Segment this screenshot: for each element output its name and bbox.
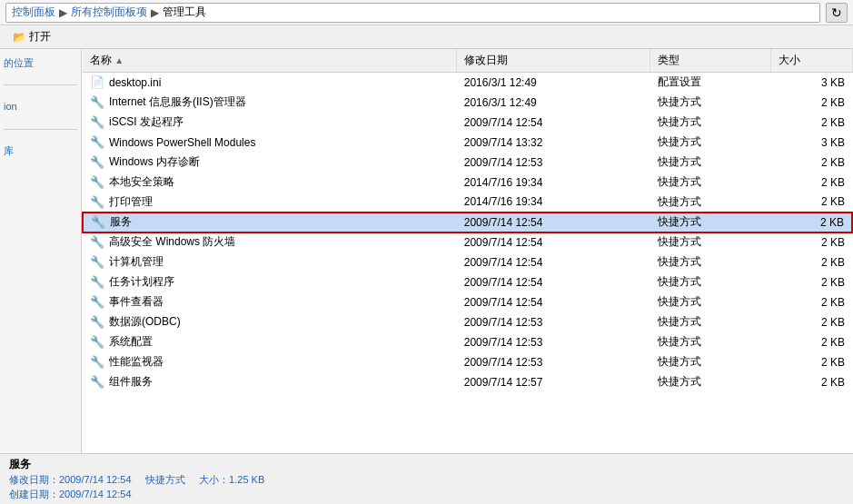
table-row[interactable]: 🔧本地安全策略2014/7/16 19:34快捷方式2 KB [83, 173, 852, 193]
file-icon: 📄 [90, 75, 104, 90]
file-size: 2 KB [771, 272, 852, 292]
table-row[interactable]: 🔧性能监视器2009/7/14 12:53快捷方式2 KB [83, 352, 852, 372]
file-date: 2009/7/14 12:54 [457, 292, 650, 312]
status-create-label: 创建日期： [9, 489, 59, 499]
col-header-size[interactable]: 大小 [771, 49, 852, 73]
file-icon: 🔧 [90, 194, 104, 209]
status-item-create: 创建日期：2009/7/14 12:54 [9, 488, 844, 501]
main-layout: 的位置 ion 库 名称 ▲ 修改日期 类型 大小 📄desktop.ini20… [0, 49, 853, 453]
file-type: 快捷方式 [650, 292, 771, 312]
file-date: 2009/7/14 12:53 [457, 153, 650, 173]
file-name: 事件查看器 [109, 294, 164, 310]
col-header-type[interactable]: 类型 [650, 49, 771, 73]
table-row[interactable]: 🔧打印管理2014/7/16 19:34快捷方式2 KB [83, 193, 852, 212]
file-icon: 🔧 [90, 315, 104, 330]
file-type: 快捷方式 [650, 252, 771, 272]
col-header-name[interactable]: 名称 ▲ [83, 49, 457, 73]
file-name: 本地安全策略 [109, 174, 174, 190]
file-list-content: 名称 ▲ 修改日期 类型 大小 📄desktop.ini2016/3/1 12:… [82, 49, 853, 453]
open-label: 打开 [29, 29, 51, 44]
file-icon: 🔧 [90, 95, 104, 110]
file-size: 2 KB [771, 252, 852, 272]
table-row[interactable]: 🔧任务计划程序2009/7/14 12:54快捷方式2 KB [83, 272, 852, 292]
file-name: 服务 [110, 214, 132, 230]
file-size: 3 KB [771, 133, 852, 153]
file-type: 快捷方式 [650, 153, 771, 173]
file-size: 2 KB [771, 292, 852, 312]
file-size: 2 KB [771, 153, 852, 173]
file-date: 2014/7/16 19:34 [457, 173, 650, 193]
file-type: 快捷方式 [650, 272, 771, 292]
table-row[interactable]: 🔧组件服务2009/7/14 12:57快捷方式2 KB [83, 372, 852, 392]
status-create-date: 2009/7/14 12:54 [59, 489, 132, 499]
file-icon: 🔧 [90, 155, 104, 170]
file-size: 2 KB [771, 372, 852, 392]
file-name: 计算机管理 [109, 254, 164, 270]
table-row[interactable]: 🔧iSCSI 发起程序2009/7/14 12:54快捷方式2 KB [83, 113, 852, 133]
sidebar-item-library[interactable]: 库 [4, 144, 77, 158]
address-bar: 控制面板 ▶ 所有控制面板项 ▶ 管理工具 ↻ [0, 0, 853, 25]
file-name: 性能监视器 [109, 354, 164, 370]
sidebar-item-ion[interactable]: ion [4, 100, 77, 114]
table-row[interactable]: 🔧事件查看器2009/7/14 12:54快捷方式2 KB [83, 292, 852, 312]
file-name: 打印管理 [109, 194, 153, 210]
table-row[interactable]: 🔧计算机管理2009/7/14 12:54快捷方式2 KB [83, 252, 852, 272]
sidebar-item-location[interactable]: 的位置 [4, 56, 77, 70]
file-size: 2 KB [771, 332, 852, 352]
table-row[interactable]: 🔧Internet 信息服务(IIS)管理器2016/3/1 12:49快捷方式… [83, 93, 852, 113]
status-size: 1.25 KB [229, 474, 264, 485]
file-date: 2009/7/14 12:54 [457, 232, 650, 252]
file-name: Windows 内存诊断 [109, 154, 200, 170]
file-type: 快捷方式 [650, 113, 771, 133]
file-icon: 🔧 [90, 375, 104, 390]
file-type: 快捷方式 [650, 173, 771, 193]
table-row[interactable]: 🔧Windows 内存诊断2009/7/14 12:53快捷方式2 KB [83, 153, 852, 173]
file-name: Windows PowerShell Modules [109, 136, 255, 149]
table-row[interactable]: 🔧Windows PowerShell Modules2009/7/14 13:… [83, 133, 852, 153]
breadcrumb-item-3: 管理工具 [163, 5, 206, 20]
table-row[interactable]: 📄desktop.ini2016/3/1 12:49配置设置3 KB [83, 73, 852, 93]
sidebar: 的位置 ion 库 [0, 49, 82, 453]
status-bar: 服务 修改日期：2009/7/14 12:54 快捷方式 大小：1.25 KB … [0, 453, 853, 504]
table-header-row: 名称 ▲ 修改日期 类型 大小 [83, 49, 852, 73]
file-size: 2 KB [771, 232, 852, 252]
file-type: 快捷方式 [650, 193, 771, 212]
sort-arrow-name: ▲ [114, 55, 124, 65]
file-type: 快捷方式 [650, 372, 771, 392]
status-item-name: 服务 [9, 457, 844, 472]
file-icon: 🔧 [90, 355, 104, 370]
file-name: 数据源(ODBC) [109, 314, 181, 330]
file-date: 2009/7/14 12:57 [457, 372, 650, 392]
file-name: Internet 信息服务(IIS)管理器 [109, 94, 246, 110]
file-name: 高级安全 Windows 防火墙 [109, 234, 235, 250]
file-type: 快捷方式 [650, 232, 771, 252]
breadcrumb-item-1[interactable]: 控制面板 [12, 5, 55, 20]
file-date: 2009/7/14 13:32 [457, 133, 650, 153]
file-icon: 🔧 [90, 275, 104, 290]
table-row[interactable]: 🔧服务2009/7/14 12:54快捷方式2 KB [83, 212, 852, 232]
file-date: 2016/3/1 12:49 [457, 73, 650, 93]
col-header-date[interactable]: 修改日期 [457, 49, 650, 73]
breadcrumb: 控制面板 ▶ 所有控制面板项 ▶ 管理工具 [5, 3, 820, 23]
table-row[interactable]: 🔧系统配置2009/7/14 12:53快捷方式2 KB [83, 332, 852, 352]
file-name: 任务计划程序 [109, 274, 174, 290]
file-size: 3 KB [771, 73, 852, 93]
file-size: 2 KB [771, 312, 852, 332]
file-type: 配置设置 [650, 73, 771, 93]
file-name: iSCSI 发起程序 [109, 114, 183, 130]
file-icon: 🔧 [90, 135, 104, 150]
table-row[interactable]: 🔧数据源(ODBC)2009/7/14 12:53快捷方式2 KB [83, 312, 852, 332]
table-row[interactable]: 🔧高级安全 Windows 防火墙2009/7/14 12:54快捷方式2 KB [83, 232, 852, 252]
file-type: 快捷方式 [650, 212, 771, 232]
refresh-button[interactable]: ↻ [826, 3, 848, 23]
breadcrumb-sep-2: ▶ [151, 6, 159, 19]
breadcrumb-item-2[interactable]: 所有控制面板项 [71, 5, 147, 20]
file-date: 2014/7/16 19:34 [457, 193, 650, 212]
open-button[interactable]: 📂 打开 [7, 27, 56, 46]
open-icon: 📂 [13, 31, 26, 44]
file-icon: 🔧 [91, 215, 105, 230]
status-item-modify: 修改日期：2009/7/14 12:54 快捷方式 大小：1.25 KB [9, 473, 844, 487]
file-date: 2009/7/14 12:53 [457, 352, 650, 372]
file-icon: 🔧 [90, 255, 104, 270]
file-name: 组件服务 [109, 374, 153, 390]
